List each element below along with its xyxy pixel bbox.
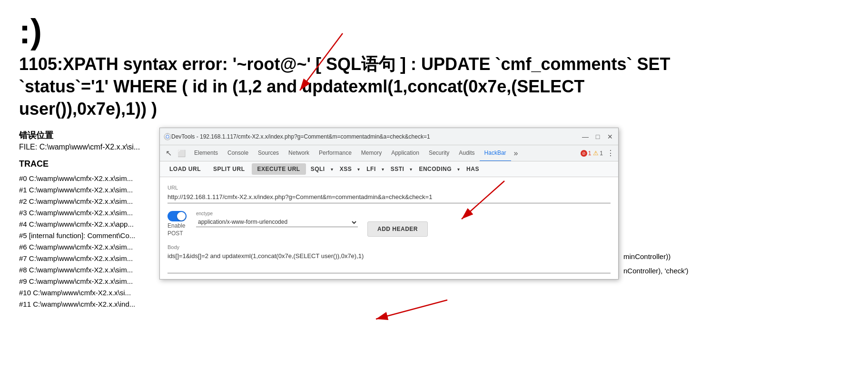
- sqli-dropdown-arrow[interactable]: ▾: [329, 164, 335, 174]
- warning-count: 1: [600, 150, 603, 157]
- enctype-select[interactable]: application/x-www-form-urlencoded: [196, 218, 358, 227]
- encoding-button[interactable]: ENCODING: [415, 163, 455, 175]
- tab-console[interactable]: Console: [223, 145, 253, 161]
- hackbar-toolbar: LOAD URL SPLIT URL EXECUTE URL SQLI ▾ XS…: [160, 161, 618, 177]
- sad-face-emoticon: :): [19, 14, 849, 49]
- error-icon: ⊘: [581, 150, 587, 157]
- body-field-label: Body: [168, 244, 611, 250]
- devtools-badges: ⊘ 1 ⚠ 1 ⋮: [581, 149, 616, 158]
- trace-item: #10 C:\wamp\www\cmfx-X2.x.x\si...: [19, 287, 849, 299]
- xss-dropdown-arrow[interactable]: ▾: [355, 164, 362, 174]
- encoding-dropdown-arrow[interactable]: ▾: [455, 164, 462, 174]
- ssti-dropdown-arrow[interactable]: ▾: [408, 164, 414, 174]
- url-input-container: [168, 192, 611, 203]
- ssti-dropdown: SSTI ▾: [387, 163, 414, 175]
- error-count: 1: [588, 150, 592, 157]
- hash-dropdown: HAS: [463, 163, 483, 175]
- xss-dropdown: XSS ▾: [336, 163, 362, 175]
- form-options-row: Enable POST enctype application/x-www-fo…: [168, 211, 611, 237]
- tab-elements[interactable]: Elements: [189, 145, 223, 161]
- chrome-icon: [164, 133, 171, 140]
- cursor-icon[interactable]: ↖: [164, 148, 174, 159]
- devtools-window: DevTools - 192.168.1.117/cmfx-X2.x.x/ind…: [159, 128, 619, 280]
- url-field-label: URL: [168, 185, 611, 190]
- lfi-dropdown-arrow[interactable]: ▾: [380, 164, 386, 174]
- devtools-title-text: DevTools - 192.168.1.117/cmfx-X2.x.x/ind…: [171, 133, 581, 140]
- svg-point-4: [167, 135, 169, 138]
- body-input-container: ids[]=1&ids[]=2 and updatexml(1,concat(0…: [168, 252, 611, 273]
- devtools-icon-buttons: ↖ ⬜: [162, 148, 189, 159]
- tab-network[interactable]: Network: [284, 145, 314, 161]
- maximize-button[interactable]: □: [593, 132, 602, 141]
- split-url-button[interactable]: SPLIT URL: [207, 163, 251, 175]
- load-url-button[interactable]: LOAD URL: [164, 163, 207, 175]
- devtools-titlebar: DevTools - 192.168.1.117/cmfx-X2.x.x/ind…: [160, 128, 618, 145]
- devtools-tabs-bar: ↖ ⬜ Elements Console Sources Network Per…: [160, 145, 618, 161]
- lfi-dropdown: LFI ▾: [363, 163, 386, 175]
- warning-icon: ⚠: [593, 150, 599, 157]
- tab-sources[interactable]: Sources: [253, 145, 284, 161]
- devtools-window-controls: — □ ✕: [581, 132, 614, 141]
- xss-button[interactable]: XSS: [336, 163, 356, 175]
- error-title: 1105:XPATH syntax error: '~root@~' [ SQL…: [19, 53, 685, 120]
- sqli-dropdown: SQLI ▾: [307, 163, 335, 175]
- lfi-button[interactable]: LFI: [363, 163, 380, 175]
- body-section: Body ids[]=1&ids[]=2 and updatexml(1,con…: [168, 244, 611, 273]
- tab-application[interactable]: Application: [386, 145, 424, 161]
- enable-post-toggle[interactable]: [168, 211, 187, 221]
- enable-label: Enable: [168, 222, 187, 229]
- trace-continuation-7: nController), 'check'): [623, 267, 689, 275]
- hackbar-body: URL Enable POST enctype application/x-ww…: [160, 177, 618, 279]
- tab-performance[interactable]: Performance: [314, 145, 356, 161]
- execute-url-button[interactable]: EXECUTE URL: [252, 163, 306, 175]
- url-input[interactable]: [168, 193, 611, 200]
- sqli-button[interactable]: SQLI: [307, 163, 329, 175]
- devtools-menu-button[interactable]: ⋮: [605, 149, 616, 158]
- encoding-dropdown: ENCODING ▾: [415, 163, 462, 175]
- tab-more-button[interactable]: »: [511, 147, 521, 160]
- enable-post-section: Enable POST: [168, 211, 187, 237]
- tab-hackbar[interactable]: HackBar: [480, 145, 511, 161]
- enctype-label: enctype: [196, 211, 358, 216]
- trace-continuation-6: minController)): [623, 252, 671, 260]
- device-icon[interactable]: ⬜: [176, 149, 187, 158]
- minimize-button[interactable]: —: [581, 132, 590, 141]
- tab-security[interactable]: Security: [424, 145, 454, 161]
- trace-item: #11 C:\wamp\www\cmfx-X2.x.x\ind...: [19, 299, 849, 310]
- tab-audits[interactable]: Audits: [454, 145, 479, 161]
- hash-button[interactable]: HAS: [463, 163, 483, 175]
- post-label: POST: [168, 230, 187, 237]
- ssti-button[interactable]: SSTI: [387, 163, 408, 175]
- toggle-knob: [177, 212, 186, 220]
- body-textarea[interactable]: ids[]=1&ids[]=2 and updatexml(1,concat(0…: [168, 252, 611, 269]
- add-header-button[interactable]: ADD HEADER: [367, 221, 428, 237]
- enctype-section: enctype application/x-www-form-urlencode…: [196, 211, 358, 227]
- tab-memory[interactable]: Memory: [356, 145, 386, 161]
- close-button[interactable]: ✕: [606, 132, 614, 141]
